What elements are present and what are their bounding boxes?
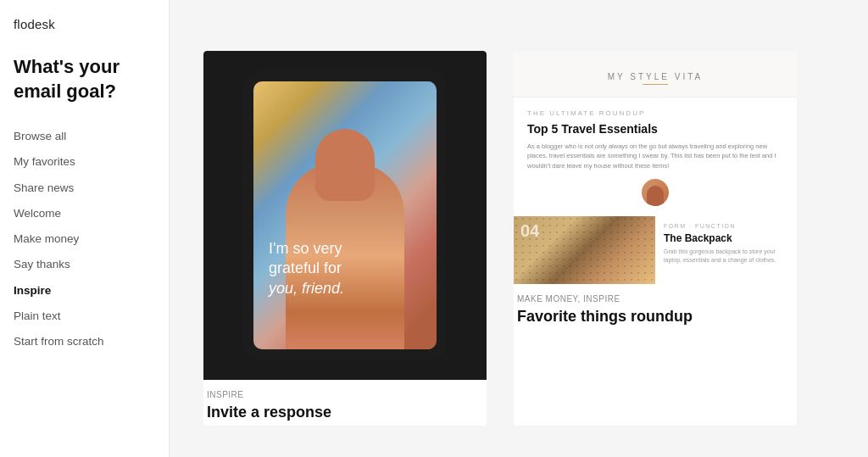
sidebar-item-my-favorites[interactable]: My favorites bbox=[14, 149, 155, 175]
backpack-title: The Backpack bbox=[664, 232, 788, 244]
card-meta: INSPIRE Invite a response bbox=[203, 380, 487, 426]
backpack-info: FORM · FUNCTION The Backpack Grab this g… bbox=[655, 216, 797, 284]
author-avatar bbox=[642, 179, 669, 206]
backpack-body: Grab this gorgeous backpack to store you… bbox=[664, 248, 788, 265]
roundup-body: As a blogger who is not only always on t… bbox=[527, 142, 783, 170]
page-title: What's your email goal? bbox=[14, 55, 155, 103]
sidebar: flodesk What's your email goal? Browse a… bbox=[0, 0, 170, 457]
main-content: I'm so very grateful for you, friend. IN… bbox=[170, 0, 868, 457]
backpack-image: 04 bbox=[514, 216, 655, 284]
sidebar-item-inspire[interactable]: Inspire bbox=[14, 278, 155, 304]
backpack-card: 04 FORM · FUNCTION The Backpack Grab thi… bbox=[514, 216, 797, 284]
card-style-vita: MY STYLE VITA THE ULTIMATE ROUNDUP Top 5… bbox=[514, 51, 797, 284]
card-category-2: MAKE MONEY, INSPIRE bbox=[517, 294, 793, 304]
card-category: INSPIRE bbox=[207, 390, 483, 399]
sidebar-item-say-thanks[interactable]: Say thanks bbox=[14, 252, 155, 277]
card-image-dark-bg: I'm so very grateful for you, friend. bbox=[203, 51, 487, 380]
cards-grid: I'm so very grateful for you, friend. IN… bbox=[203, 51, 797, 426]
card-invite-response[interactable]: I'm so very grateful for you, friend. IN… bbox=[203, 51, 487, 426]
nav-list: Browse allMy favoritesShare newsWelcomeM… bbox=[14, 124, 155, 354]
sidebar-item-welcome[interactable]: Welcome bbox=[14, 201, 155, 226]
tablet-mockup: I'm so very grateful for you, friend. bbox=[243, 71, 447, 359]
style-vita-logo: MY STYLE VITA bbox=[608, 72, 704, 85]
card-meta-2: MAKE MONEY, INSPIRE Favorite things roun… bbox=[514, 284, 797, 330]
tablet-overlay-text: I'm so very grateful for you, friend. bbox=[269, 239, 421, 298]
roundup-label: THE ULTIMATE ROUNDUP bbox=[527, 109, 783, 117]
backpack-number: 04 bbox=[520, 221, 539, 241]
sidebar-item-plain-text[interactable]: Plain text bbox=[14, 304, 155, 329]
sidebar-item-share-news[interactable]: Share news bbox=[14, 176, 155, 201]
app-logo: flodesk bbox=[14, 17, 155, 31]
sidebar-item-start-from-scratch[interactable]: Start from scratch bbox=[14, 329, 155, 354]
roundup-content: THE ULTIMATE ROUNDUP Top 5 Travel Essent… bbox=[514, 98, 797, 216]
backpack-subtitle: FORM · FUNCTION bbox=[664, 223, 788, 229]
roundup-title: Top 5 Travel Essentials bbox=[527, 121, 783, 137]
card-title-2: Favorite things roundup bbox=[517, 307, 793, 326]
card-title: Invite a response bbox=[207, 403, 483, 422]
tablet-screen: I'm so very grateful for you, friend. bbox=[253, 81, 437, 349]
card-favorite-things[interactable]: MY STYLE VITA THE ULTIMATE ROUNDUP Top 5… bbox=[514, 51, 797, 426]
sidebar-item-browse-all[interactable]: Browse all bbox=[14, 124, 155, 149]
style-vita-header: MY STYLE VITA bbox=[514, 51, 797, 98]
sidebar-item-make-money[interactable]: Make money bbox=[14, 226, 155, 252]
